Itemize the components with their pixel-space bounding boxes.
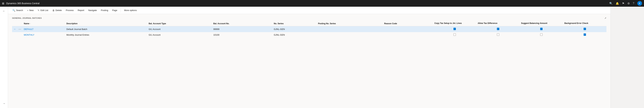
cell-allow-tax-monthly[interactable]	[476, 32, 520, 38]
new-label: New	[29, 9, 34, 11]
search-button[interactable]: 🔍 Search	[11, 8, 25, 13]
col-name-label: Name	[24, 22, 29, 25]
row-dots-monthly[interactable]	[17, 32, 22, 38]
cell-suggest-balancing-monthly[interactable]	[520, 32, 563, 38]
toolbar-separator	[120, 8, 121, 12]
gear-icon[interactable]: ⚙	[628, 2, 630, 5]
cell-copy-tax-monthly[interactable]	[433, 32, 476, 38]
report-button[interactable]: Report	[76, 8, 86, 12]
cell-name-monthly[interactable]: MONTHLY	[22, 32, 65, 38]
cell-bal-no-default: 99999	[212, 26, 272, 32]
search-btn-icon: 🔍	[12, 9, 15, 12]
expand-icon[interactable]: ➚	[604, 17, 606, 19]
page-title: GENERAL JOURNAL BATCHES	[12, 17, 42, 19]
cell-posting-no-monthly	[317, 32, 383, 38]
cell-no-series-default: GJNL-GEN	[272, 26, 317, 32]
col-reason-code: Reason Code	[383, 21, 433, 26]
cell-desc-monthly: Monthly Journal Entries	[65, 32, 148, 38]
col-no-series: No. Series	[272, 21, 317, 26]
main-layout: ← → 🔍 Search + New ✎ Edit List 🗑 Delete	[0, 7, 644, 108]
checkbox-allow-tax-monthly[interactable]	[497, 33, 499, 36]
search-icon[interactable]: 🔍	[609, 2, 613, 5]
user-avatar[interactable]: F	[637, 1, 642, 6]
cell-name-default[interactable]: DEFAULT	[22, 26, 65, 32]
cell-background-error-default[interactable]	[563, 26, 606, 32]
table-row[interactable]: MONTHLY Monthly Journal Entries G/L Acco…	[12, 32, 606, 38]
report-label: Report	[78, 9, 84, 11]
new-button[interactable]: + New	[25, 8, 35, 13]
checkbox-copy-tax-default[interactable]	[454, 28, 456, 30]
checkbox-suggest-balancing-default[interactable]	[540, 28, 542, 30]
posting-button[interactable]: Posting	[99, 8, 110, 12]
cell-allow-tax-default[interactable]	[476, 26, 520, 32]
row-arrow-monthly	[12, 32, 17, 38]
col-allow-tax: Allow Tax Difference	[476, 21, 520, 26]
journal-batches-table: Name ↑ Description Bal. Account Type Bal…	[12, 21, 606, 38]
cell-copy-tax-default[interactable]	[433, 26, 476, 32]
title-bar-left: ⊞ Dynamics 365 Business Central	[2, 2, 40, 5]
cell-suggest-balancing-default[interactable]	[520, 26, 563, 32]
delete-icon: 🗑	[52, 9, 55, 12]
back-button[interactable]: ←	[1, 8, 7, 14]
bell-icon[interactable]: 🔔	[616, 2, 619, 5]
app-title: Dynamics 365 Business Central	[6, 2, 40, 5]
right-panel	[610, 7, 644, 108]
more-options-label: More options	[124, 9, 137, 11]
process-label: Process	[66, 9, 74, 11]
process-button[interactable]: Process	[64, 8, 75, 12]
cell-no-series-monthly: GJNL-GEN	[272, 32, 317, 38]
checkbox-allow-tax-default[interactable]	[497, 28, 499, 30]
col-arrow	[12, 21, 17, 26]
delete-button[interactable]: 🗑 Delete	[51, 8, 64, 13]
edit-list-icon: ✎	[38, 9, 40, 12]
page-button[interactable]: Page	[110, 8, 119, 12]
flag-icon[interactable]: ⚑	[622, 2, 624, 5]
col-dots	[17, 21, 22, 26]
more-options-button[interactable]: More options	[122, 8, 138, 12]
cell-posting-no-default	[317, 26, 383, 32]
edit-list-button[interactable]: ✎ Edit List	[36, 8, 50, 13]
table-container: Name ↑ Description Bal. Account Type Bal…	[8, 21, 610, 38]
col-description: Description	[65, 21, 148, 26]
col-posting-no-series: Posting No. Series	[317, 21, 383, 26]
new-btn-icon: +	[27, 9, 28, 12]
cell-bal-type-monthly: G/L Account	[147, 32, 212, 38]
col-name[interactable]: Name ↑	[22, 21, 65, 26]
waffle-icon[interactable]: ⊞	[2, 2, 4, 5]
edit-list-label: Edit List	[40, 9, 48, 11]
col-bal-account-type: Bal. Account Type	[147, 21, 212, 26]
content-area: 🔍 Search + New ✎ Edit List 🗑 Delete Proc…	[8, 7, 610, 108]
toolbar: 🔍 Search + New ✎ Edit List 🗑 Delete Proc…	[8, 7, 610, 14]
checkbox-background-error-monthly[interactable]	[584, 33, 586, 36]
delete-label: Delete	[56, 9, 62, 11]
cell-background-error-monthly[interactable]	[563, 32, 606, 38]
page-header: GENERAL JOURNAL BATCHES ➚	[8, 14, 610, 21]
checkbox-suggest-balancing-monthly[interactable]	[540, 33, 542, 36]
posting-label: Posting	[101, 9, 108, 11]
page-content: GENERAL JOURNAL BATCHES ➚ Name ↑	[8, 14, 610, 108]
title-bar-actions: 🔍 🔔 ⚑ ⚙ ? F	[609, 1, 642, 6]
cell-desc-default: Default Journal Batch	[65, 26, 148, 32]
help-icon[interactable]: ?	[633, 2, 634, 5]
search-label: Search	[16, 9, 23, 11]
col-bal-account-no: Bal. Account No.	[212, 21, 272, 26]
page-label: Page	[112, 9, 117, 11]
sort-asc-icon: ↑	[30, 23, 31, 25]
row-arrow-default: →	[12, 26, 17, 32]
row-dots-default[interactable]: ⋯	[17, 26, 22, 32]
col-suggest-balancing: Suggest Balancing Amount	[520, 21, 563, 26]
table-row[interactable]: → ⋯ DEFAULT Default Journal Batch G/L Ac…	[12, 26, 606, 32]
navigate-button[interactable]: Navigate	[86, 8, 98, 12]
navigate-label: Navigate	[88, 9, 97, 11]
col-background-error: Background Error Check	[563, 21, 606, 26]
checkbox-copy-tax-monthly[interactable]	[454, 33, 456, 36]
title-bar: ⊞ Dynamics 365 Business Central 🔍 🔔 ⚑ ⚙ …	[0, 0, 644, 7]
cell-reason-default	[383, 26, 433, 32]
table-header-row: Name ↑ Description Bal. Account Type Bal…	[12, 21, 606, 26]
name-link-monthly[interactable]: MONTHLY	[24, 34, 34, 36]
forward-button[interactable]: →	[1, 101, 7, 107]
cell-reason-monthly	[383, 32, 433, 38]
sidebar: ← →	[0, 7, 8, 108]
checkbox-background-error-default[interactable]	[584, 28, 586, 30]
name-link-default[interactable]: DEFAULT	[24, 28, 34, 30]
